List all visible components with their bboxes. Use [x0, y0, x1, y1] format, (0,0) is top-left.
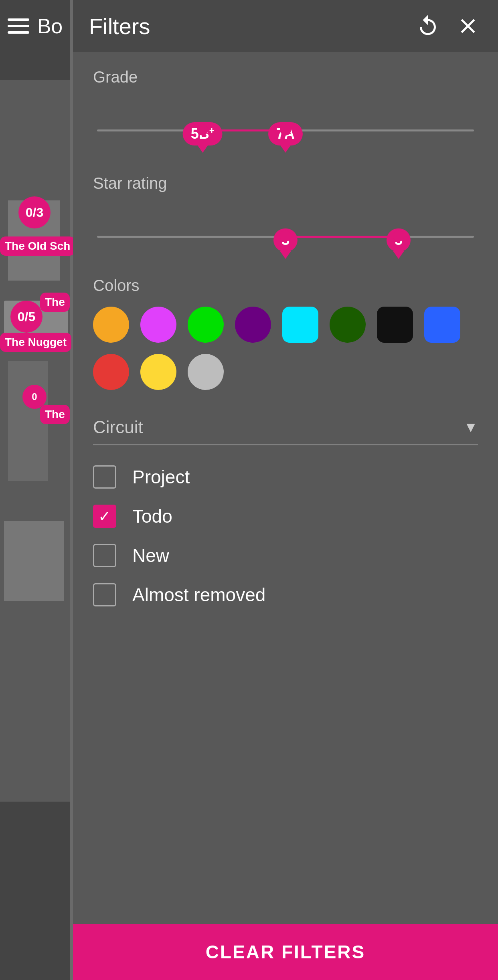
panel-content: Grade 5B+ 7A [73, 52, 498, 924]
map-label-badge-3: The [40, 293, 70, 312]
app-title-partial: Bo [37, 14, 63, 38]
circuit-section: Circuit ▼ [93, 410, 478, 445]
color-yellow[interactable] [140, 354, 176, 390]
checkbox-section: Project ✓ Todo New Almost removed [93, 465, 478, 606]
circuit-dropdown[interactable]: Circuit ▼ [93, 410, 478, 445]
panel-header: Filters [73, 0, 498, 52]
colors-grid [93, 307, 478, 390]
reset-icon[interactable] [414, 12, 442, 40]
colors-label: Colors [93, 277, 478, 295]
grade-dot-min [197, 124, 208, 135]
map-label-badge-2: The Nugget [0, 333, 71, 352]
close-button[interactable] [454, 12, 482, 40]
color-orange[interactable] [93, 307, 129, 343]
checkbox-new[interactable]: New [93, 544, 478, 567]
grade-section: Grade 5B+ 7A [93, 68, 478, 150]
color-red[interactable] [93, 354, 129, 390]
map-label-badge-1: The Old Sch [0, 236, 75, 256]
color-cyan[interactable] [282, 307, 318, 343]
clear-filters-button[interactable]: CLEAR FILTERS [73, 924, 498, 980]
color-dark-green[interactable] [330, 307, 366, 343]
grade-slider[interactable]: 5B+ 7A [97, 98, 474, 150]
circuit-label: Circuit [93, 417, 143, 437]
map-label-badge-4: The [40, 405, 70, 424]
checkbox-todo[interactable]: ✓ Todo [93, 505, 478, 528]
checkbox-todo-label: Todo [132, 505, 172, 527]
color-purple[interactable] [235, 307, 271, 343]
top-bar-left: Bo [0, 0, 70, 52]
checkmark-icon: ✓ [98, 509, 111, 524]
checkbox-new-box[interactable] [93, 544, 116, 567]
star-dot-max [393, 230, 404, 242]
star-rating-label: Star rating [93, 174, 478, 192]
color-black[interactable] [377, 307, 413, 343]
chevron-down-icon: ▼ [464, 419, 478, 436]
hamburger-icon[interactable] [8, 18, 29, 34]
color-blue[interactable] [424, 307, 460, 343]
colors-section: Colors [93, 277, 478, 390]
checkbox-project-label: Project [132, 466, 190, 488]
color-magenta[interactable] [140, 307, 176, 343]
panel-title: Filters [89, 13, 414, 39]
grade-label: Grade [93, 68, 478, 86]
map-score-badge-2: 0/5 [10, 301, 43, 333]
checkbox-project-box[interactable] [93, 465, 116, 489]
star-slider[interactable]: 3 5 [97, 204, 474, 257]
checkbox-new-label: New [132, 545, 169, 566]
map-score-badge-1: 0/3 [18, 196, 51, 228]
checkbox-almost-removed-label: Almost removed [132, 584, 265, 606]
checkbox-almost-removed-box[interactable] [93, 583, 116, 606]
color-light-gray[interactable] [188, 354, 224, 390]
checkbox-todo-box[interactable]: ✓ [93, 505, 116, 528]
filter-panel: Filters Grade 5B+ [73, 0, 498, 980]
star-range [285, 236, 399, 238]
checkbox-almost-removed[interactable]: Almost removed [93, 583, 478, 606]
checkbox-project[interactable]: Project [93, 465, 478, 489]
grade-dot-max [280, 124, 291, 135]
color-green[interactable] [188, 307, 224, 343]
star-dot-min [280, 230, 291, 242]
star-rating-section: Star rating 3 5 [93, 174, 478, 257]
